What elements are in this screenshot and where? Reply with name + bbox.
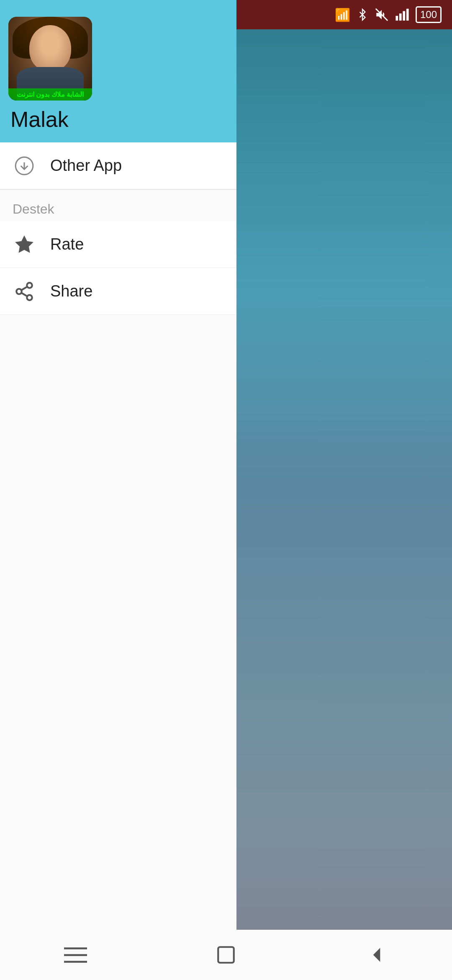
svg-marker-17: [373, 948, 380, 962]
nav-home-button[interactable]: [201, 938, 251, 972]
svg-rect-16: [218, 947, 234, 963]
app-name: Malak: [8, 107, 236, 132]
battery-indicator: 100: [416, 6, 442, 23]
hamburger-menu-icon: [64, 946, 87, 965]
nav-back-button[interactable]: [352, 938, 402, 972]
svg-rect-4: [406, 9, 409, 21]
navigation-drawer: الشابة ملاك بدون انترنت Malak Other App: [0, 0, 236, 980]
nav-bar: [0, 930, 452, 980]
menu-label-other-app: Other App: [50, 157, 122, 175]
bluetooth-icon: 📶: [335, 8, 350, 22]
drawer-content: Other App Destek Rate: [0, 142, 236, 980]
star-icon: [13, 233, 36, 256]
bluetooth-icon: [357, 7, 368, 22]
menu-label-rate: Rate: [50, 235, 84, 253]
app-icon: الشابة ملاك بدون انترنت: [8, 17, 92, 101]
svg-rect-3: [403, 11, 405, 21]
nav-menu-button[interactable]: [50, 938, 100, 972]
status-bar-right: 📶 100: [236, 0, 452, 29]
section-title-destek: Destek: [13, 201, 54, 217]
back-arrow-icon: [366, 944, 387, 965]
drawer-header: الشابة ملاك بدون انترنت Malak: [0, 0, 236, 142]
svg-rect-2: [399, 13, 402, 21]
share-icon: [13, 280, 36, 303]
menu-item-rate[interactable]: Rate: [0, 221, 236, 268]
svg-line-12: [21, 286, 27, 290]
svg-rect-1: [396, 16, 398, 21]
menu-item-share[interactable]: Share: [0, 268, 236, 315]
svg-point-8: [27, 283, 32, 288]
square-home-icon: [216, 944, 236, 965]
menu-item-other-app[interactable]: Other App: [0, 142, 236, 189]
svg-line-11: [21, 293, 27, 296]
menu-label-share: Share: [50, 282, 92, 300]
svg-point-9: [16, 289, 22, 294]
download-circle-icon: [13, 154, 36, 177]
svg-point-10: [27, 295, 32, 300]
signal-icon: [395, 8, 409, 21]
section-destek: Destek: [0, 190, 236, 221]
portrait-overlay-text: الشابة ملاك بدون انترنت: [17, 91, 84, 98]
mute-icon: [375, 8, 389, 22]
svg-marker-7: [15, 236, 33, 253]
